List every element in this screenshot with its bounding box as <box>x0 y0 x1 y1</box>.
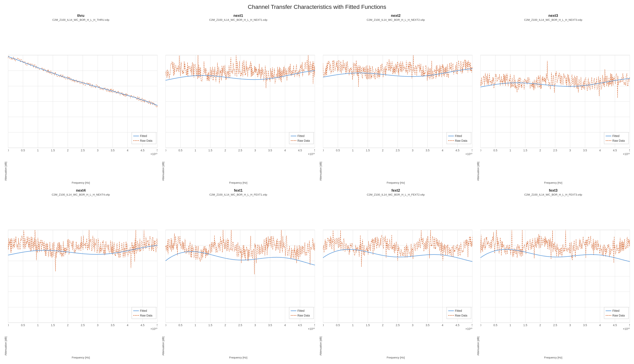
svg-text:2: 2 <box>539 324 541 327</box>
svg-text:1.5: 1.5 <box>208 324 212 327</box>
svg-text:5: 5 <box>472 324 472 327</box>
svg-text:Fitted: Fitted <box>612 309 619 312</box>
svg-text:3: 3 <box>412 324 414 327</box>
svg-text:3.5: 3.5 <box>111 149 115 152</box>
svg-text:4: 4 <box>284 324 286 327</box>
svg-text:0: 0 <box>480 324 481 327</box>
svg-text:4: 4 <box>442 324 443 327</box>
x-axis-label-next2: Frequency [Hz] <box>387 181 405 184</box>
svg-text:2.5: 2.5 <box>553 149 557 152</box>
svg-text:3: 3 <box>569 149 571 152</box>
svg-text:3.5: 3.5 <box>583 149 587 152</box>
svg-text:1: 1 <box>194 324 196 327</box>
svg-text:0.5: 0.5 <box>493 324 497 327</box>
x-axis-label-fext1: Frequency [Hz] <box>229 356 247 359</box>
x-axis-label-next4: Frequency [Hz] <box>72 356 90 359</box>
x-axis-label-thru: Frequency [Hz] <box>72 181 90 184</box>
svg-text:×10¹⁰: ×10¹⁰ <box>308 328 315 330</box>
svg-text:4: 4 <box>284 149 286 152</box>
chart-fext1: fext1C2M_Z100_IL14_WC_BOR_H_L_H_FEXT1.s4… <box>160 186 317 361</box>
chart-fext2: fext2C2M_Z100_IL14_WC_BOR_H_L_H_FEXT2.s4… <box>317 186 474 361</box>
svg-text:0.5: 0.5 <box>21 149 25 152</box>
svg-text:×10¹⁰: ×10¹⁰ <box>465 152 472 156</box>
svg-text:2: 2 <box>382 324 384 327</box>
chart-title-fext1: fext1 <box>234 188 242 193</box>
svg-text:Raw Data: Raw Data <box>297 139 310 142</box>
chart-subtitle-fext3: C2M_Z100_IL14_WC_BOR_H_L_H_FEXT3.s4p <box>524 193 582 196</box>
svg-text:0: 0 <box>480 149 481 152</box>
svg-text:4.5: 4.5 <box>141 149 145 152</box>
svg-text:3: 3 <box>97 149 99 152</box>
charts-grid: thruC2M_Z100_IL14_WC_BOR_H_L_H_THRU.s4pA… <box>0 12 634 363</box>
chart-subtitle-next2: C2M_Z100_IL14_WC_BOR_H_L_H_NEXT2.s4p <box>367 18 425 22</box>
svg-text:Fitted: Fitted <box>140 134 147 138</box>
chart-subtitle-next4: C2M_Z100_IL14_WC_BOR_H_L_H_NEXT4.s4p <box>52 193 110 196</box>
svg-text:2: 2 <box>67 149 69 152</box>
svg-text:3: 3 <box>412 149 414 152</box>
svg-text:4: 4 <box>127 149 128 152</box>
chart-title-fext3: fext3 <box>549 188 557 193</box>
svg-text:0.5: 0.5 <box>336 149 340 152</box>
svg-text:1.5: 1.5 <box>51 324 55 327</box>
chart-next3: next3C2M_Z100_IL14_WC_BOR_H_L_H_NEXT3.s4… <box>474 12 632 186</box>
x-axis-label-next1: Frequency [Hz] <box>229 181 247 184</box>
svg-text:2: 2 <box>225 324 226 327</box>
svg-text:1: 1 <box>352 149 354 152</box>
svg-text:Fitted: Fitted <box>455 309 462 312</box>
y-axis-label-fext1: Attenuation [dB] <box>162 197 165 356</box>
svg-text:2.5: 2.5 <box>238 149 242 152</box>
svg-text:2.5: 2.5 <box>238 324 242 327</box>
svg-text:Fitted: Fitted <box>297 134 304 138</box>
svg-text:Raw Data: Raw Data <box>140 314 153 317</box>
chart-subtitle-fext2: C2M_Z100_IL14_WC_BOR_H_L_H_FEXT2.s4p <box>367 193 425 196</box>
chart-title-thru: thru <box>77 14 84 18</box>
svg-text:2.5: 2.5 <box>81 149 85 152</box>
y-axis-label-next1: Attenuation [dB] <box>162 22 165 181</box>
svg-text:5: 5 <box>472 149 472 152</box>
main-title: Channel Transfer Characteristics with Fi… <box>0 0 634 12</box>
svg-text:4.5: 4.5 <box>613 324 617 327</box>
chart-title-next1: next1 <box>233 14 243 18</box>
svg-text:0: 0 <box>165 324 166 327</box>
svg-text:1.5: 1.5 <box>523 149 527 152</box>
svg-text:4.5: 4.5 <box>298 149 302 152</box>
chart-next4: next4C2M_Z100_IL14_WC_BOR_H_L_H_NEXT4.s4… <box>2 186 160 361</box>
chart-subtitle-next1: C2M_Z100_IL14_WC_BOR_H_L_H_NEXT1.s4p <box>209 18 267 22</box>
svg-text:4: 4 <box>599 324 601 327</box>
svg-text:4: 4 <box>442 149 443 152</box>
svg-text:1.5: 1.5 <box>366 324 370 327</box>
chart-subtitle-next3: C2M_Z100_IL14_WC_BOR_H_L_H_NEXT3.s4p <box>524 18 582 22</box>
svg-text:5: 5 <box>157 324 157 327</box>
svg-text:2.5: 2.5 <box>396 324 400 327</box>
svg-text:0.5: 0.5 <box>336 324 340 327</box>
svg-text:3.5: 3.5 <box>268 149 272 152</box>
svg-text:2: 2 <box>225 149 226 152</box>
svg-text:3.5: 3.5 <box>111 324 115 327</box>
chart-subtitle-fext1: C2M_Z100_IL14_WC_BOR_H_L_H_FEXT1.s4p <box>209 193 267 196</box>
svg-text:2.5: 2.5 <box>396 149 400 152</box>
svg-text:Fitted: Fitted <box>612 134 619 138</box>
svg-text:×10¹⁰: ×10¹⁰ <box>623 328 630 330</box>
svg-text:5: 5 <box>157 149 157 152</box>
y-axis-label-thru: Attenuation [dB] <box>4 22 7 181</box>
svg-text:3.5: 3.5 <box>268 324 272 327</box>
svg-text:3: 3 <box>97 324 99 327</box>
svg-text:Raw Data: Raw Data <box>297 314 310 317</box>
chart-title-next2: next2 <box>391 14 401 18</box>
svg-text:3: 3 <box>254 324 256 327</box>
svg-text:3.5: 3.5 <box>583 324 587 327</box>
svg-text:3: 3 <box>569 324 571 327</box>
svg-text:0: 0 <box>165 149 166 152</box>
svg-text:3.5: 3.5 <box>426 149 430 152</box>
svg-text:×10¹⁰: ×10¹⁰ <box>308 152 315 156</box>
svg-text:1: 1 <box>37 324 39 327</box>
chart-thru: thruC2M_Z100_IL14_WC_BOR_H_L_H_THRU.s4pA… <box>2 12 160 186</box>
x-axis-label-fext2: Frequency [Hz] <box>387 356 405 359</box>
svg-text:×10¹⁰: ×10¹⁰ <box>465 328 472 330</box>
svg-text:4.5: 4.5 <box>456 324 459 327</box>
chart-title-fext2: fext2 <box>391 188 400 193</box>
svg-text:1.5: 1.5 <box>51 149 55 152</box>
svg-text:Fitted: Fitted <box>455 134 462 138</box>
y-axis-label-next3: Attenuation [dB] <box>477 22 480 181</box>
svg-text:0: 0 <box>323 324 324 327</box>
